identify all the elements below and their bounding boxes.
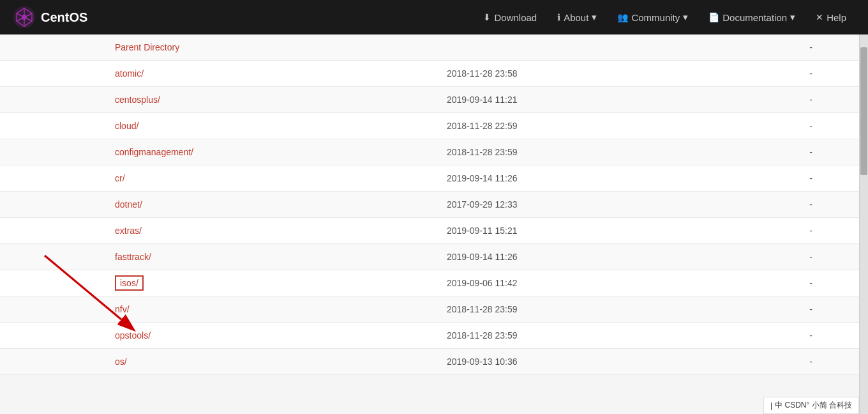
table-row: Parent Directory-: [0, 34, 868, 61]
svg-point-1: [22, 15, 27, 20]
modified-date: 2018-11-28 23:58: [434, 61, 754, 87]
modified-date: 2017-09-29 12:33: [434, 192, 754, 218]
brand[interactable]: CentOS: [13, 6, 87, 29]
modified-date: 2018-11-28 23:59: [434, 323, 754, 349]
table-row: centosplus/2019-09-14 11:21-: [0, 87, 868, 113]
table-row: dotnet/2017-09-29 12:33-: [0, 192, 868, 218]
modified-date: 2019-09-14 11:21: [434, 87, 754, 113]
chevron-down-icon: ▾: [592, 12, 597, 23]
nav-help[interactable]: ✕ Help: [807, 7, 855, 28]
dir-link[interactable]: configmanagement/: [115, 147, 193, 157]
file-size: -: [754, 270, 868, 296]
download-icon: ⬇: [483, 12, 491, 22]
table-row: os/2019-09-13 10:36-: [0, 349, 868, 375]
dir-link[interactable]: os/: [115, 356, 127, 367]
modified-date: 2019-09-13 10:36: [434, 349, 754, 375]
navbar-nav: ⬇ Download ℹ About ▾ 👥 Community ▾ 📄 Doc…: [474, 6, 855, 28]
table-row: cr/2019-09-14 11:26-: [0, 165, 868, 192]
file-size: -: [754, 192, 868, 218]
table-row: fasttrack/2019-09-14 11:26-: [0, 244, 868, 270]
file-size: -: [754, 113, 868, 139]
modified-date: 2019-09-14 11:26: [434, 165, 754, 192]
nav-about[interactable]: ℹ About ▾: [548, 6, 606, 28]
table-row: nfv/2018-11-28 23:59-: [0, 296, 868, 323]
table-row: atomic/2018-11-28 23:58-: [0, 61, 868, 87]
dir-link[interactable]: nfv/: [115, 304, 130, 314]
file-size: -: [754, 165, 868, 192]
table-row: configmanagement/2018-11-28 23:59-: [0, 139, 868, 165]
file-size: -: [754, 244, 868, 270]
dir-link[interactable]: extras/: [115, 226, 142, 236]
table-row: cloud/2018-11-28 22:59-: [0, 113, 868, 139]
file-size: -: [754, 218, 868, 244]
table-row: extras/2019-09-11 15:21-: [0, 218, 868, 244]
modified-date: 2018-11-28 22:59: [434, 113, 754, 139]
file-size: -: [754, 61, 868, 87]
dir-link[interactable]: atomic/: [115, 68, 144, 79]
brand-name: CentOS: [41, 10, 87, 25]
file-size: -: [754, 139, 868, 165]
modified-date: 2019-09-06 11:42: [434, 270, 754, 296]
modified-date: 2018-11-28 23:59: [434, 296, 754, 323]
help-icon: ✕: [816, 12, 823, 22]
modified-date: 2019-09-14 11:26: [434, 244, 754, 270]
scrollbar-thumb[interactable]: [860, 47, 867, 175]
modified-date: [434, 34, 754, 61]
dir-link[interactable]: opstools/: [115, 330, 151, 341]
chevron-down-icon-3: ▾: [790, 12, 795, 23]
file-size: -: [754, 34, 868, 61]
dir-link[interactable]: cloud/: [115, 121, 138, 131]
docs-icon: 📄: [708, 12, 719, 22]
scrollbar[interactable]: [859, 34, 868, 375]
file-size: -: [754, 349, 868, 375]
modified-date: 2018-11-28 23:59: [434, 139, 754, 165]
file-size: -: [754, 87, 868, 113]
community-icon: 👥: [617, 12, 628, 22]
nav-documentation[interactable]: 📄 Documentation ▾: [700, 6, 804, 28]
dir-link[interactable]: isos/: [115, 275, 144, 291]
directory-table: Parent Directory-atomic/2018-11-28 23:58…: [0, 34, 868, 375]
parent-dir-link[interactable]: Parent Directory: [115, 42, 179, 52]
dir-link[interactable]: cr/: [115, 173, 125, 183]
nav-community[interactable]: 👥 Community ▾: [608, 6, 697, 28]
main-content: Parent Directory-atomic/2018-11-28 23:58…: [0, 34, 868, 375]
dir-link[interactable]: fasttrack/: [115, 252, 151, 262]
dir-link[interactable]: centosplus/: [115, 95, 160, 105]
file-size: -: [754, 296, 868, 323]
file-size: -: [754, 323, 868, 349]
info-icon: ℹ: [557, 12, 560, 22]
chevron-down-icon-2: ▾: [683, 12, 688, 23]
table-row: opstools/2018-11-28 23:59-: [0, 323, 868, 349]
dir-link[interactable]: dotnet/: [115, 199, 142, 210]
nav-download[interactable]: ⬇ Download: [474, 7, 546, 28]
modified-date: 2019-09-11 15:21: [434, 218, 754, 244]
navbar: CentOS ⬇ Download ℹ About ▾ 👥 Community …: [0, 0, 868, 34]
table-row: isos/2019-09-06 11:42-: [0, 270, 868, 296]
